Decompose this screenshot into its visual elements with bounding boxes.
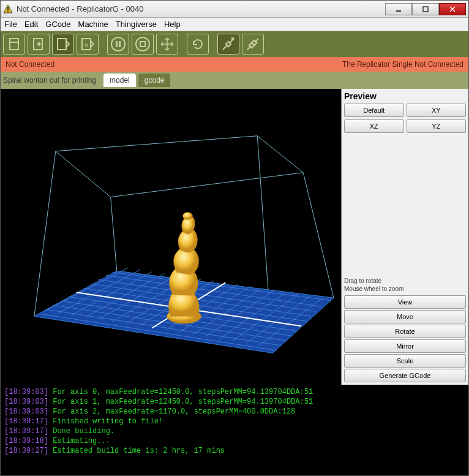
console-message: Done building. [48,427,114,436]
file-bar: Spiral wonton cut for printing model gco… [1,72,468,89]
preview-default-button[interactable]: Default [344,104,404,117]
console-message: Estimating... [48,437,110,445]
console-timestamp: [18:39:03] [4,388,48,396]
hint-wheel: Mouse wheel to zoom [344,285,466,293]
svg-point-59 [182,213,192,220]
console-message: Estimated build time is: 2 hrs, 17 mins [48,447,225,455]
generate-gcode-button[interactable]: Generate GCode [344,369,466,382]
toolbar-build-gcode-icon[interactable]: g [77,34,99,55]
console-message: For axis 1, maxFeedrate=12450.0, stepsPe… [48,398,313,406]
console[interactable]: [18:39:03] For axis 0, maxFeedrate=12450… [1,385,468,475]
menu-thingiverse[interactable]: Thingiverse [116,20,157,29]
tab-gcode[interactable]: gcode [138,74,171,87]
svg-point-15 [136,37,149,51]
menubar: File Edit GCode Machine Thingiverse Help [1,18,468,31]
toolbar-stop-icon[interactable] [132,34,154,55]
app-icon [3,4,13,14]
preview-xz-button[interactable]: XZ [344,119,404,133]
view-button[interactable]: View [344,295,466,309]
window-minimize-button[interactable] [385,3,412,15]
toolbar-connect-icon[interactable] [217,34,239,55]
window-maximize-button[interactable] [412,3,439,15]
scale-button[interactable]: Scale [344,354,466,368]
menu-gcode[interactable]: GCode [45,20,70,29]
svg-rect-13 [116,41,118,47]
svg-rect-4 [423,7,428,12]
menu-help[interactable]: Help [164,20,181,29]
status-bar: Not Connected The Replicator Single Not … [1,57,468,72]
menu-machine[interactable]: Machine [78,20,108,29]
svg-rect-14 [119,41,121,47]
console-timestamp: [18:39:17] [4,427,48,436]
window-title: Not Connected - ReplicatorG - 0040 [17,4,385,13]
titlebar: Not Connected - ReplicatorG - 0040 [1,1,468,18]
preview-yz-button[interactable]: YZ [407,119,467,133]
console-message: For axis 0, maxFeedrate=12450.0, stepsPe… [48,388,313,396]
svg-rect-7 [10,39,18,50]
console-line: [18:39:03] For axis 1, maxFeedrate=12450… [4,397,465,407]
toolbar-build-icon[interactable] [52,34,74,55]
preview-title: Preview [344,91,466,101]
svg-point-12 [111,37,125,51]
mirror-button[interactable]: Mirror [344,339,466,353]
console-timestamp: [18:39:03] [4,398,48,406]
viewport-3d[interactable] [1,89,342,385]
svg-rect-16 [140,42,145,47]
console-line: [18:39:17] Finished writing to file! [4,417,465,426]
model-preview [1,89,341,385]
menu-edit[interactable]: Edit [24,20,38,29]
status-machine: The Replicator Single Not Connected [342,60,463,69]
svg-rect-1 [7,7,9,10]
console-line: [18:39:18] Estimating... [4,436,465,446]
svg-rect-9 [58,39,66,50]
svg-text:g: g [85,42,88,47]
svg-rect-2 [7,10,9,12]
console-timestamp: [18:39:27] [4,447,48,455]
menu-file[interactable]: File [4,20,17,29]
console-line: [18:39:27] Estimated build time is: 2 hr… [4,446,465,456]
preview-xy-button[interactable]: XY [407,104,467,117]
console-timestamp: [18:39:17] [4,417,48,426]
file-name: Spiral wonton cut for printing [3,76,96,85]
toolbar-move-icon[interactable] [156,34,178,55]
console-line: [18:39:03] For axis 2, maxFeedrate=1170.… [4,407,465,417]
console-line: [18:39:03] For axis 0, maxFeedrate=12450… [4,387,465,397]
console-message: Finished writing to file! [48,417,163,426]
toolbar-pause-icon[interactable] [107,34,129,55]
toolbar-new-icon[interactable] [3,34,25,55]
console-message: For axis 2, maxFeedrate=1170.0, stepsPer… [48,407,295,416]
toolbar: g [1,31,468,57]
tab-model[interactable]: model [103,74,136,87]
toolbar-open-icon[interactable] [28,34,50,55]
status-connection: Not Connected [6,60,54,69]
console-timestamp: [18:39:18] [4,437,48,445]
toolbar-disconnect-icon[interactable] [242,34,264,55]
console-timestamp: [18:39:03] [4,407,48,416]
hint-drag: Drag to rotate [344,277,466,285]
toolbar-reset-icon[interactable] [187,34,209,55]
move-button[interactable]: Move [344,310,466,323]
console-line: [18:39:17] Done building. [4,426,465,436]
window-close-button[interactable] [439,3,466,15]
rotate-button[interactable]: Rotate [344,325,466,338]
side-panel: Preview Default XY XZ YZ Drag to rotate … [342,89,468,385]
